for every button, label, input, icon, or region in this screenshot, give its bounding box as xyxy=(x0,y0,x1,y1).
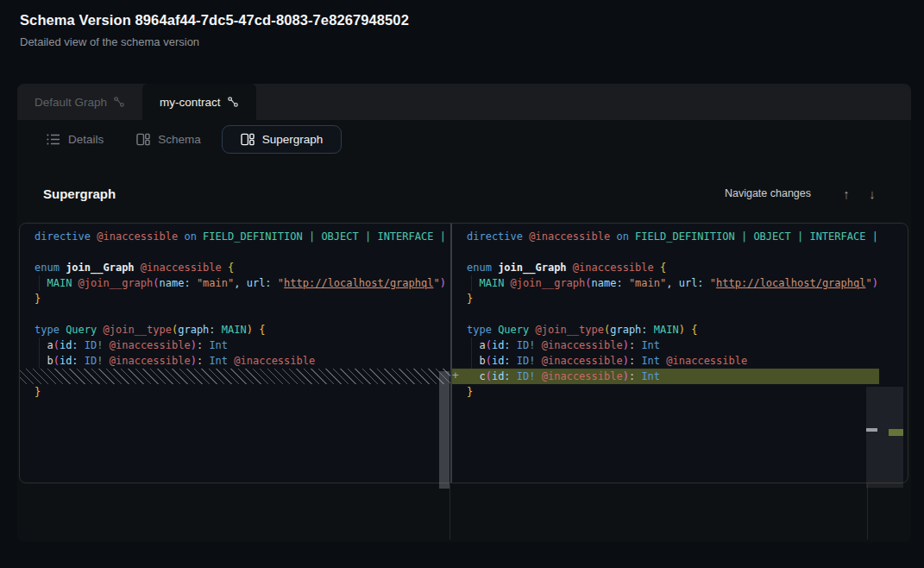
graph-tab-label: my-contract xyxy=(160,96,221,109)
code-token: a xyxy=(479,339,485,351)
code-token: @inaccessible xyxy=(529,230,616,243)
panel-heading: Supergraph xyxy=(43,186,116,201)
code-token: : xyxy=(629,339,641,351)
code-token xyxy=(511,370,517,382)
code-line: } xyxy=(452,384,879,400)
left-pane-scrollbar[interactable] xyxy=(439,371,449,489)
code-token xyxy=(35,339,47,351)
code-token: on xyxy=(616,230,635,243)
view-tab-label: Schema xyxy=(158,133,201,146)
code-token xyxy=(467,370,479,382)
code-token: id: xyxy=(492,370,511,382)
code-token: b xyxy=(479,355,485,367)
graph-tab-bar: Default Graph my-contract xyxy=(17,84,911,120)
code-line: a(id: ID! @inaccessible): Int xyxy=(20,338,450,353)
code-token: @inaccessible xyxy=(573,262,660,274)
indent-guide xyxy=(471,338,472,353)
tab-default-graph[interactable]: Default Graph xyxy=(17,84,142,120)
code-token: Int xyxy=(641,339,660,351)
code-token xyxy=(536,370,542,382)
code-token: MAIN xyxy=(222,324,247,336)
diff-pane-before[interactable]: directive @inaccessible on FIELD_DEFINIT… xyxy=(20,224,450,483)
page-subtitle: Detailed view of the schema version xyxy=(20,35,409,48)
code-token: @inaccessible xyxy=(542,339,623,351)
code-token: | xyxy=(865,230,877,243)
code-token: FIELD_DEFINITION xyxy=(635,230,735,243)
code-token: c xyxy=(479,370,485,382)
code-token: MAIN xyxy=(47,277,78,289)
indent-guide xyxy=(471,275,472,291)
code-token: FIELD_DEFINITION xyxy=(203,230,303,243)
graph-tab-label: Default Graph xyxy=(35,96,107,109)
code-token: @join__graph xyxy=(511,277,586,289)
pane-divider-extension xyxy=(449,484,450,540)
code-token: INTERFACE xyxy=(809,230,865,243)
code-token: | xyxy=(735,230,754,243)
code-token: : xyxy=(629,355,641,367)
code-token: directive xyxy=(467,230,529,243)
code-token: , xyxy=(666,277,678,289)
code-token: : xyxy=(629,370,641,382)
variant-icon xyxy=(227,96,239,108)
code-token: ) xyxy=(191,355,197,367)
tab-schema[interactable]: Schema xyxy=(124,126,213,153)
code-token: } xyxy=(467,386,473,398)
code-token xyxy=(272,277,278,289)
indent-guide xyxy=(471,353,472,369)
code-line: enum join__Graph @inaccessible { xyxy=(20,260,450,275)
code-token: ID! xyxy=(85,339,104,351)
code-line xyxy=(20,244,450,260)
code-line: } xyxy=(20,291,450,306)
code-token: " xyxy=(278,277,284,289)
code-token: type xyxy=(35,324,66,336)
split-panel-icon xyxy=(241,133,255,146)
page-title: Schema Version 8964af44-7dc5-47cd-8083-7… xyxy=(20,12,409,28)
tab-my-contract[interactable]: my-contract xyxy=(142,84,256,120)
code-token: ( xyxy=(53,339,60,351)
code-token xyxy=(536,339,542,351)
code-token: id: xyxy=(60,339,79,351)
code-line: b(id: ID! @inaccessible): Int @inaccessi… xyxy=(20,353,450,369)
code-token xyxy=(216,324,222,336)
code-line: directive @inaccessible on FIELD_DEFINIT… xyxy=(20,229,450,244)
code-token: Int xyxy=(641,370,660,382)
code-token: ( xyxy=(53,355,60,367)
code-line xyxy=(452,244,879,260)
code-token xyxy=(467,355,479,367)
code-token: , xyxy=(234,277,246,289)
added-code-line: c(id: ID! @inaccessible): Int xyxy=(452,369,879,384)
code-token: Int xyxy=(641,355,666,367)
code-token xyxy=(623,277,629,289)
code-token: ) xyxy=(623,339,629,351)
code-line: b(id: ID! @inaccessible): Int @inaccessi… xyxy=(452,353,879,369)
diff-pane-after[interactable]: directive @inaccessible on FIELD_DEFINIT… xyxy=(452,224,879,483)
code-token: a xyxy=(47,339,53,351)
code-token: | xyxy=(791,230,810,243)
schema-url-link[interactable]: http://localhost/graphql xyxy=(284,277,433,289)
code-token xyxy=(648,324,654,336)
minimap-added-line-mark xyxy=(889,429,903,436)
code-token: Query xyxy=(66,324,103,336)
previous-change-button[interactable]: ↑ xyxy=(833,186,859,201)
code-token: b xyxy=(47,355,53,367)
split-panel-icon xyxy=(136,133,150,146)
tab-supergraph[interactable]: Supergraph xyxy=(222,125,343,154)
code-token: { xyxy=(691,324,697,336)
next-change-button[interactable]: ↓ xyxy=(859,186,885,201)
added-line-gutter-marker: + xyxy=(446,368,465,383)
code-token: Query xyxy=(498,324,535,336)
code-token: ) xyxy=(247,324,253,336)
schema-url-link[interactable]: http://localhost/graphql xyxy=(716,277,865,289)
tab-details[interactable]: Details xyxy=(35,126,116,153)
page-header: Schema Version 8964af44-7dc5-47cd-8083-7… xyxy=(20,12,409,48)
code-token: id: xyxy=(60,355,79,367)
code-token: INTERFACE xyxy=(377,230,433,243)
navigate-changes-label: Navigate changes xyxy=(725,187,811,199)
minimap-slider[interactable] xyxy=(866,387,903,488)
code-token: ( xyxy=(486,370,492,382)
code-token xyxy=(79,355,85,367)
code-token: @inaccessible xyxy=(234,355,315,367)
code-token: @join__graph xyxy=(79,277,154,289)
code-token: on xyxy=(184,230,203,243)
code-token: id: xyxy=(492,339,511,351)
